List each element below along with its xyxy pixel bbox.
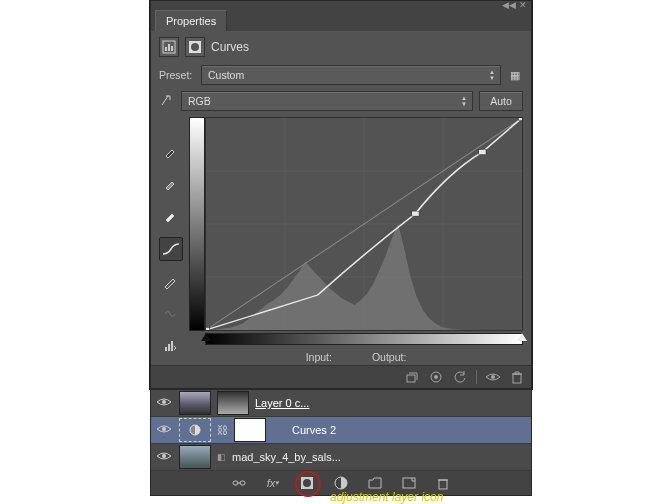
layers-panel: Layer 0 c... ⛓ Curves 2 ◧ mad_sky_4_by_s… (150, 389, 532, 496)
link-layers-icon[interactable] (231, 475, 247, 491)
layer-name[interactable]: mad_sky_4_by_sals... (232, 451, 341, 463)
svg-point-5 (191, 43, 199, 51)
panel-menu-icon[interactable]: ▦ (507, 69, 523, 82)
eyedropper-gray-icon[interactable] (159, 173, 181, 195)
layer-row[interactable]: ⛓ Curves 2 (151, 417, 531, 444)
view-previous-icon[interactable] (428, 369, 444, 385)
layer-thumbnail[interactable] (179, 445, 211, 469)
svg-rect-2 (168, 44, 170, 51)
svg-rect-17 (412, 211, 419, 216)
chevron-updown-icon: ▲▼ (458, 92, 470, 110)
svg-rect-8 (171, 341, 173, 351)
mask-icon[interactable] (185, 37, 205, 57)
channel-value: RGB (188, 95, 211, 107)
layer-mask-thumbnail[interactable] (234, 418, 266, 442)
group-icon[interactable] (367, 475, 383, 491)
svg-rect-18 (479, 150, 486, 155)
preset-value: Custom (208, 69, 244, 81)
input-axis-gradient[interactable] (205, 333, 523, 345)
svg-rect-1 (165, 47, 167, 51)
svg-point-33 (303, 479, 311, 487)
white-point-slider[interactable] (517, 333, 527, 341)
adjustment-type-icon[interactable] (159, 37, 179, 57)
delete-layer-icon[interactable] (435, 475, 451, 491)
svg-rect-16 (206, 328, 210, 330)
layer-row[interactable]: Layer 0 c... (151, 390, 531, 417)
svg-rect-6 (165, 347, 167, 351)
sampler-icon[interactable] (159, 93, 175, 109)
svg-rect-3 (171, 46, 173, 51)
layer-effects-icon[interactable]: fx▾ (265, 475, 281, 491)
smooth-tool-icon[interactable] (159, 303, 181, 325)
reset-icon[interactable] (452, 369, 468, 385)
svg-rect-7 (168, 344, 170, 351)
visibility-icon[interactable] (155, 396, 173, 410)
panel-tab-bar: Properties (151, 9, 531, 31)
auto-button[interactable]: Auto (479, 91, 523, 111)
layer-mask-add-icon[interactable] (299, 475, 315, 491)
preset-label: Preset: (159, 69, 195, 81)
svg-rect-35 (403, 478, 415, 488)
channel-dropdown[interactable]: RGB ▲▼ (181, 91, 473, 111)
curves-graph[interactable] (205, 117, 523, 331)
curve-point-tool-icon[interactable] (159, 237, 183, 261)
annotation-label: adjustment layer icon (330, 490, 443, 504)
histogram-options-icon[interactable] (159, 335, 181, 357)
svg-rect-20 (407, 375, 415, 382)
preset-dropdown[interactable]: Custom ▲▼ (201, 65, 501, 85)
svg-rect-19 (518, 118, 522, 120)
pencil-tool-icon[interactable] (159, 271, 181, 293)
svg-point-23 (491, 375, 495, 379)
svg-point-22 (434, 375, 438, 379)
black-point-slider[interactable] (201, 333, 211, 341)
curves-tool-column (159, 117, 183, 363)
panel-title: Curves (211, 40, 249, 54)
smart-object-icon: ◧ (217, 452, 226, 462)
eyedropper-white-icon[interactable] (159, 205, 181, 227)
new-layer-icon[interactable] (401, 475, 417, 491)
eyedropper-black-icon[interactable] (159, 141, 181, 163)
layer-thumbnail[interactable] (179, 391, 211, 415)
adjustment-layer-thumbnail[interactable] (179, 418, 211, 442)
visibility-toggle-icon[interactable] (485, 369, 501, 385)
layer-row[interactable]: ◧ mad_sky_4_by_sals... (151, 444, 531, 471)
output-axis-gradient (189, 117, 205, 331)
visibility-icon[interactable] (155, 423, 173, 437)
svg-rect-36 (439, 480, 447, 489)
clip-to-layer-icon[interactable] (404, 369, 420, 385)
input-label: Input: (306, 351, 332, 363)
layer-name[interactable]: Layer 0 c... (255, 397, 309, 409)
tab-properties[interactable]: Properties (155, 10, 227, 31)
adjustment-layer-icon[interactable] (333, 475, 349, 491)
visibility-icon[interactable] (155, 450, 173, 464)
properties-panel: ◀◀ ✕ Properties Curves Preset: Custom ▲▼… (150, 0, 532, 389)
link-icon[interactable]: ⛓ (217, 424, 228, 436)
layer-mask-thumbnail[interactable] (217, 391, 249, 415)
properties-footer (151, 365, 531, 388)
layer-name[interactable]: Curves 2 (292, 424, 336, 436)
svg-point-28 (162, 454, 166, 458)
panel-collapse-bar[interactable]: ◀◀ ✕ (151, 1, 531, 9)
svg-point-25 (162, 400, 166, 404)
svg-rect-24 (513, 374, 521, 383)
chevron-updown-icon: ▲▼ (486, 66, 498, 84)
svg-point-26 (162, 427, 166, 431)
output-label: Output: (372, 351, 406, 363)
trash-icon[interactable] (509, 369, 525, 385)
